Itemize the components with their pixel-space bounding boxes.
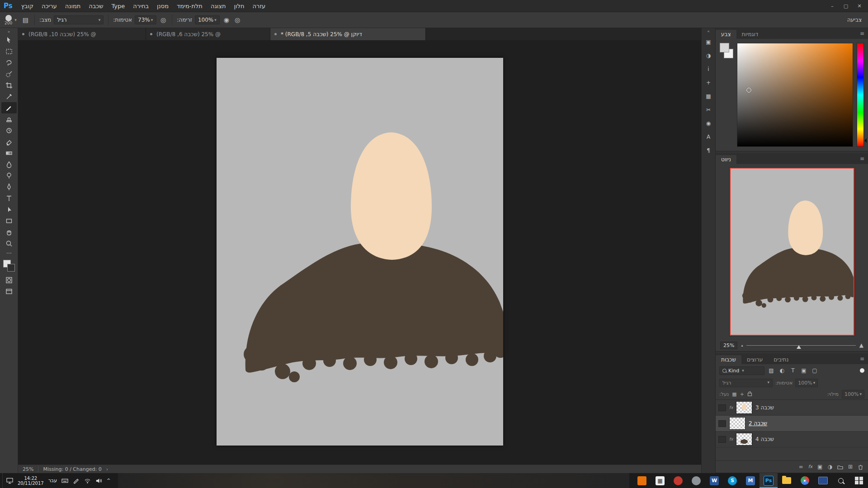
histogram-panel-icon[interactable]: ▦ [703, 89, 714, 103]
maximize-button[interactable]: ▢ [840, 1, 852, 10]
app-icon-red[interactable] [669, 473, 687, 488]
toggle-brush-panel-icon[interactable]: ▤ [21, 16, 30, 23]
menu-file[interactable]: קובץ [17, 3, 38, 9]
taskbar-clock[interactable]: 14:22 20/11/2017 [18, 476, 44, 486]
lock-transparency-icon[interactable]: ▦ [732, 391, 736, 397]
minimize-button[interactable]: – [826, 1, 838, 10]
filter-type-layers-icon[interactable]: T [789, 367, 797, 374]
display-tray-icon[interactable] [6, 478, 13, 484]
menu-help[interactable]: עזרה [249, 3, 269, 9]
document-tab-2[interactable]: @ 25% (שכבה 6, RGB/8) [146, 28, 270, 40]
pressure-opacity-icon[interactable]: ◎ [159, 16, 167, 23]
menu-window[interactable]: חלון [230, 3, 249, 9]
link-layers-icon[interactable]: ∞ [799, 464, 803, 469]
tray-overflow-chevron[interactable]: ^ [107, 478, 110, 483]
brush-tool[interactable] [1, 102, 17, 113]
navigator-zoom-slider[interactable] [746, 343, 855, 348]
layer-row-4[interactable]: fx שכבה 4 [716, 432, 868, 447]
lasso-tool[interactable] [1, 57, 17, 68]
start-button[interactable] [850, 473, 868, 488]
layer-visibility-toggle[interactable] [718, 404, 726, 411]
filter-shape-layers-icon[interactable]: ▣ [800, 367, 808, 374]
tab-layers[interactable]: שכבות [716, 355, 741, 364]
hue-slider-marker[interactable] [862, 138, 867, 143]
status-options-chevron[interactable]: › [106, 466, 108, 472]
info-panel-icon[interactable]: i [703, 62, 714, 76]
layer-visibility-toggle[interactable] [718, 436, 726, 443]
workspace-switcher[interactable]: צביעה [847, 17, 868, 23]
type-tool[interactable] [1, 192, 17, 204]
tab-channels[interactable]: ערוצים [741, 355, 768, 364]
clone-source-panel-icon[interactable]: ✂ [703, 103, 714, 117]
panel-menu-icon[interactable]: ≡ [856, 356, 868, 362]
zoom-out-icon[interactable]: ▴ [741, 343, 743, 347]
new-layer-icon[interactable]: ⊞ [848, 464, 853, 469]
color-picker-handle[interactable] [746, 88, 751, 93]
move-tool[interactable] [1, 34, 17, 46]
menu-select[interactable]: בחירה [129, 3, 153, 9]
navigator-zoom-field[interactable]: 25% [720, 342, 737, 349]
layer-name[interactable]: שכבה 3 [755, 404, 774, 411]
new-group-icon[interactable] [837, 464, 843, 470]
tab-navigator[interactable]: ניווט [716, 155, 736, 164]
app-icon-word[interactable]: W [705, 473, 723, 488]
actions-panel-icon[interactable]: + [703, 76, 714, 89]
app-icon-keyboard[interactable]: ▦ [651, 473, 669, 488]
layer-opacity-select[interactable]: 100% ▾ [795, 379, 818, 387]
menu-type[interactable]: Type [107, 3, 129, 9]
dodge-tool[interactable] [1, 170, 17, 181]
language-indicator[interactable]: עבר [48, 478, 57, 483]
app-icon-skype[interactable]: S [723, 473, 741, 488]
quick-mask-button[interactable] [1, 274, 17, 286]
airbrush-icon[interactable]: ◉ [222, 16, 231, 23]
pen-tray-icon[interactable] [73, 478, 80, 484]
flow-select[interactable]: 100% ▾ [195, 15, 220, 24]
tab-color[interactable]: צבע [716, 30, 736, 39]
layer-row-3[interactable]: fx שכבה 3 [716, 400, 868, 416]
panel-menu-icon[interactable]: ≡ [856, 30, 868, 37]
screen-mode-button[interactable] [1, 286, 17, 297]
slider-thumb[interactable] [797, 343, 801, 349]
background-color-chip[interactable] [7, 264, 15, 272]
hand-tool[interactable] [1, 226, 17, 238]
paragraph-panel-icon[interactable]: ¶ [703, 144, 714, 157]
layer-fill-select[interactable]: 100% ▾ [842, 390, 864, 399]
document-canvas[interactable] [217, 58, 503, 446]
volume-icon[interactable] [95, 478, 102, 484]
brush-preset-picker[interactable]: 200 ▾ [3, 14, 19, 26]
lock-position-icon[interactable]: + [740, 391, 744, 397]
pen-tool[interactable] [1, 181, 17, 192]
document-tab-1[interactable]: @ 25% (שכבה 10, RGB/8) [18, 28, 146, 40]
edit-toolbar-button[interactable]: ⋯ [1, 249, 17, 257]
layer-style-fx-icon[interactable]: fx [808, 465, 812, 469]
layer-thumbnail[interactable] [736, 433, 752, 446]
menu-filter[interactable]: מסנן [153, 3, 173, 9]
toolbar-collapse-button[interactable]: » [8, 29, 10, 34]
eraser-tool[interactable] [1, 136, 17, 147]
tab-close-button[interactable] [150, 33, 152, 35]
clone-stamp-tool[interactable] [1, 113, 17, 125]
app-icon-photoshop-active[interactable]: Ps [760, 473, 778, 488]
rectangle-tool[interactable] [1, 215, 17, 226]
app-icon-m[interactable]: M [741, 473, 760, 488]
app-icon-monitor[interactable] [814, 473, 832, 488]
layer-thumbnail[interactable] [736, 401, 752, 414]
delete-layer-icon[interactable] [858, 464, 863, 470]
network-wifi-icon[interactable] [84, 478, 91, 484]
canvas-workspace[interactable] [18, 40, 701, 465]
app-icon-orange[interactable] [633, 473, 651, 488]
layer-filter-kind-select[interactable]: Kind ▾ [719, 366, 764, 375]
taskbar-search-button[interactable] [832, 473, 850, 488]
touch-keyboard-icon[interactable] [61, 478, 68, 484]
app-icon-gray[interactable] [687, 473, 705, 488]
saturation-brightness-field[interactable] [737, 43, 853, 147]
foreground-color-chip[interactable] [720, 43, 729, 52]
marquee-tool[interactable] [1, 46, 17, 57]
zoom-level-field[interactable]: 25% [23, 466, 38, 472]
tab-paths[interactable]: נתיבים [768, 355, 794, 364]
panel-menu-icon[interactable]: ≡ [856, 155, 868, 162]
zoom-in-icon[interactable]: ▲ [859, 342, 863, 348]
blur-tool[interactable] [1, 159, 17, 170]
adjustment-layer-icon[interactable]: ◑ [827, 464, 832, 469]
menu-layer[interactable]: שכבה [85, 3, 107, 9]
